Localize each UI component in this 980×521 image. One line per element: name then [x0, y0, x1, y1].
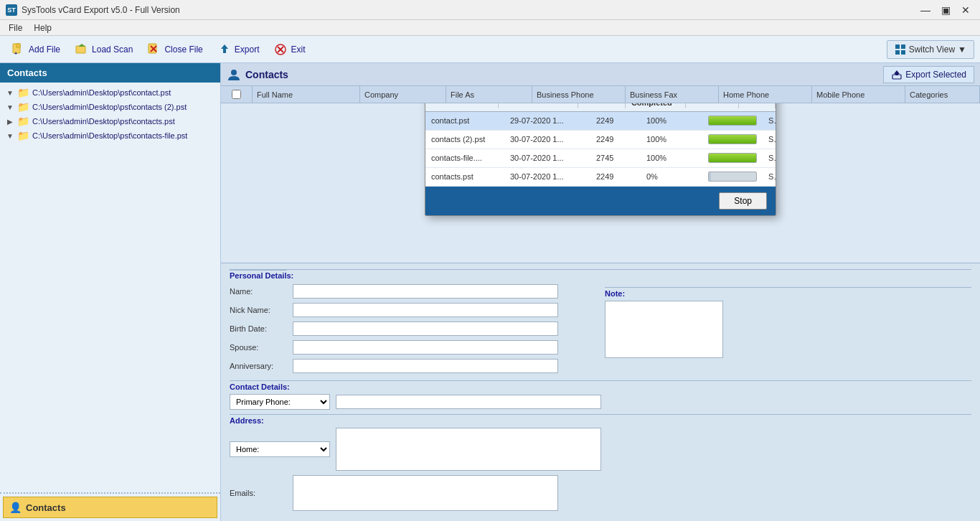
anniversary-input[interactable]	[293, 359, 558, 373]
tree-label-3: C:\Users\admin\Desktop\pst\contacts-file…	[32, 131, 187, 140]
table-content: ⚙ Scanning File Created On Size(KB)	[221, 103, 980, 263]
contacts-bar: Contacts Export Selected	[221, 63, 980, 86]
dialog-td-size-1: 2249	[590, 133, 641, 146]
maximize-button[interactable]: ▣	[937, 4, 954, 17]
menu-bar: File Help	[0, 20, 980, 36]
close-button[interactable]: ✕	[957, 4, 974, 17]
th-company: Company	[360, 86, 446, 103]
address-type-select[interactable]: Home: Work: Other:	[230, 441, 330, 457]
add-file-label: Add File	[29, 44, 60, 55]
close-file-button[interactable]: Close File	[141, 39, 208, 60]
spouse-input[interactable]	[293, 340, 558, 355]
export-icon	[217, 42, 232, 57]
load-scan-label: Load Scan	[92, 44, 133, 55]
sidebar-header: Contacts	[0, 63, 220, 83]
load-scan-icon	[75, 42, 89, 57]
dialog-td-created-2: 30-07-2020 1...	[504, 151, 590, 164]
birth-date-input[interactable]	[293, 321, 558, 336]
dialog-td-percent-3: 0%	[641, 170, 705, 183]
dialog-overlay: ⚙ Scanning File Created On Size(KB)	[221, 103, 980, 263]
tree-item-0[interactable]: ▼ 📁 C:\Users\admin\Desktop\pst\contact.p…	[3, 85, 217, 100]
svg-marker-5	[78, 44, 85, 47]
tree-folder-icon-1: 📁	[17, 101, 29, 113]
contacts-tab[interactable]: 👤 Contacts	[3, 497, 217, 518]
dialog-td-percent-2: 100%	[641, 151, 705, 164]
note-textarea[interactable]	[605, 301, 723, 358]
stop-button[interactable]: Stop	[719, 192, 767, 210]
switch-view-button[interactable]: Switch View ▼	[887, 40, 974, 59]
dialog-td-status-1: Successful	[763, 133, 776, 146]
dialog-table-header: File Created On Size(KB) % Completed Pro	[425, 103, 776, 112]
load-scan-button[interactable]: Load Scan	[69, 39, 138, 60]
name-label: Name:	[230, 287, 287, 296]
emails-row: Emails:	[230, 475, 971, 511]
export-button[interactable]: Export	[212, 39, 265, 60]
dialog-td-status-2: Successful	[763, 151, 776, 164]
contact-details-section: Contact Details:	[230, 380, 971, 391]
name-input[interactable]	[293, 284, 558, 299]
sidebar-tree: ▼ 📁 C:\Users\admin\Desktop\pst\contact.p…	[0, 83, 220, 492]
dialog-td-created-1: 30-07-2020 1...	[504, 133, 590, 146]
menu-help[interactable]: Help	[28, 22, 57, 34]
tree-label-1: C:\Users\admin\Desktop\pst\contacts (2).…	[32, 103, 187, 111]
details-panel: Personal Details: Name: Nick Name: Birth…	[221, 263, 980, 521]
dialog-row-1[interactable]: contacts (2).pst 30-07-2020 1... 2249 10…	[425, 131, 776, 149]
th-full-name: Full Name	[253, 86, 360, 103]
add-file-button[interactable]: + Add File	[6, 39, 66, 60]
nick-name-input[interactable]	[293, 303, 558, 317]
dialog-td-progress-2	[705, 151, 763, 165]
exit-button[interactable]: Exit	[268, 39, 311, 60]
minimize-button[interactable]: ―	[917, 4, 934, 17]
dialog-th-status: Status	[739, 103, 776, 108]
phone-type-select[interactable]: Primary Phone: Home Phone: Work Phone: M…	[230, 394, 330, 410]
select-all-checkbox[interactable]	[232, 90, 241, 99]
nick-name-row: Nick Name:	[230, 303, 596, 317]
address-textarea[interactable]	[336, 428, 601, 471]
th-checkbox[interactable]	[221, 86, 253, 103]
dialog-td-created-3: 30-07-2020 1...	[504, 170, 590, 183]
dialog-td-progress-1	[705, 132, 763, 146]
anniversary-row: Anniversary:	[230, 359, 596, 373]
dialog-td-file-1: contacts (2).pst	[425, 133, 504, 146]
menu-file[interactable]: File	[3, 22, 28, 34]
nick-name-label: Nick Name:	[230, 306, 287, 314]
tree-expand-3: ▼	[6, 131, 14, 140]
address-section-label: Address:	[230, 414, 971, 425]
dialog-row-0[interactable]: contact.pst 29-07-2020 1... 2249 100% Su…	[425, 112, 776, 131]
tree-item-1[interactable]: ▼ 📁 C:\Users\admin\Desktop\pst\contacts …	[3, 100, 217, 114]
export-selected-icon	[891, 69, 903, 80]
export-label: Export	[235, 44, 260, 55]
dialog-row-2[interactable]: contacts-file.... 30-07-2020 1... 2745 1…	[425, 149, 776, 168]
switch-view-icon	[895, 44, 906, 55]
phone-input[interactable]	[336, 395, 601, 409]
svg-marker-9	[221, 44, 228, 53]
dialog-td-percent-1: 100%	[641, 133, 705, 146]
tree-label-0: C:\Users\admin\Desktop\pst\contact.pst	[32, 88, 171, 97]
dialog-td-progress-0	[705, 113, 763, 128]
note-section-label: Note:	[605, 287, 971, 298]
scanning-dialog: ⚙ Scanning File Created On Size(KB)	[425, 103, 776, 216]
contacts-tab-label: Contacts	[26, 502, 66, 513]
svg-rect-4	[76, 46, 85, 53]
tree-item-3[interactable]: ▼ 📁 C:\Users\admin\Desktop\pst\contacts-…	[3, 128, 217, 143]
export-selected-button[interactable]: Export Selected	[883, 66, 974, 83]
tree-folder-icon-0: 📁	[17, 87, 29, 98]
th-biz-fax: Business Fax	[626, 86, 719, 103]
dialog-td-size-3: 2249	[590, 170, 641, 183]
dialog-th-created: Created On	[499, 103, 578, 108]
svg-rect-16	[901, 50, 905, 55]
emails-textarea[interactable]	[293, 475, 558, 511]
tree-expand-0: ▼	[6, 88, 14, 97]
dialog-td-file-2: contacts-file....	[425, 151, 504, 164]
tree-item-2[interactable]: ▶ 📁 C:\Users\admin\Desktop\pst\contacts.…	[3, 114, 217, 128]
content-area: Contacts Export Selected Full Name Compa…	[221, 63, 980, 521]
phone-row: Primary Phone: Home Phone: Work Phone: M…	[230, 394, 971, 410]
th-mobile: Mobile Phone	[812, 86, 905, 103]
dialog-row-3[interactable]: contacts.pst 30-07-2020 1... 2249 0% Sca…	[425, 168, 776, 187]
address-row: Home: Work: Other:	[230, 428, 971, 471]
app-title: SysTools vCard Export v5.0 - Full Versio…	[22, 5, 180, 15]
th-file-as: File As	[446, 86, 532, 103]
tree-expand-2: ▶	[6, 117, 14, 126]
dialog-th-percent: % Completed	[626, 103, 686, 108]
dialog-td-status-3: Scanning	[763, 170, 776, 183]
